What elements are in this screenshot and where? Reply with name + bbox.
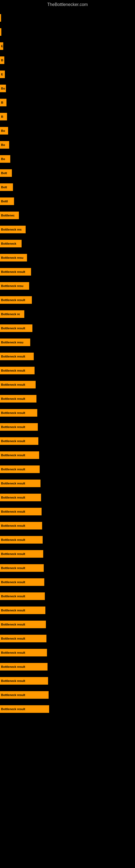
bar: E xyxy=(0,70,5,78)
bar-row: Bottleneck xyxy=(0,237,135,251)
bar-row: Bottleneck result xyxy=(0,490,135,504)
bar: Bottleneck resu xyxy=(0,282,29,290)
bar: Bottleneck result xyxy=(0,381,36,389)
bar-row: Bottleneck result xyxy=(0,476,135,490)
bar-row: Bottl xyxy=(0,194,135,208)
bar-row: Bottleneck result xyxy=(0,364,135,378)
bar: Bottleneck result xyxy=(0,423,38,431)
bar-row: B xyxy=(0,110,135,124)
bar-row: Bottleneck result xyxy=(0,265,135,279)
bar: Bottleneck result xyxy=(0,296,32,304)
bar-row: Bottleneck resu xyxy=(0,335,135,349)
bar: Bottleneck result xyxy=(0,352,34,360)
bar-row: Bottleneck result xyxy=(0,547,135,561)
bar-row: Bottleneck result xyxy=(0,702,135,716)
bar-row: Bottleneck re xyxy=(0,307,135,321)
bar xyxy=(0,14,1,22)
bar-row: Bottleneck result xyxy=(0,533,135,547)
bar-row: Bo xyxy=(0,124,135,138)
bar-row: Bott xyxy=(0,180,135,194)
bar: Bottleneck result xyxy=(0,550,43,558)
bar: B xyxy=(0,56,4,64)
bar: B xyxy=(0,113,7,120)
bar: Bott xyxy=(0,183,13,191)
bar: E xyxy=(0,42,3,50)
bar-row: B xyxy=(0,53,135,67)
bar: Bottleneck result xyxy=(0,452,39,459)
bar-row: Bo xyxy=(0,138,135,152)
bar-row: B xyxy=(0,95,135,110)
bar: B xyxy=(0,99,6,106)
bar: Bott xyxy=(0,169,12,177)
site-title: TheBottlenecker.com xyxy=(0,0,135,9)
bar-row: Bottleneck result xyxy=(0,688,135,702)
bar-row: Bottleneck result xyxy=(0,434,135,448)
bar: Bottleneck result xyxy=(0,465,40,473)
bar: Bottleneck xyxy=(0,240,21,247)
bar: Bottleneck result xyxy=(0,437,38,445)
bar: Bo xyxy=(0,85,6,92)
bar-row: Bottleneck resu xyxy=(0,251,135,265)
bar-row: Bottleneck result xyxy=(0,420,135,434)
bar-row: Bottleneck result xyxy=(0,631,135,646)
bar-row: Bo xyxy=(0,152,135,166)
bar-row: Bottleneck result xyxy=(0,392,135,406)
bar: Bottleneck result xyxy=(0,691,49,699)
bar-row: Bottleneck result xyxy=(0,349,135,364)
bar: Bottleneck result xyxy=(0,649,47,656)
bar: Bottleneck result xyxy=(0,324,32,332)
bar-row: Bottleneck result xyxy=(0,519,135,533)
bar: Bo xyxy=(0,141,9,149)
bar-row: Bottleneck result xyxy=(0,660,135,674)
bar-row: E xyxy=(0,39,135,53)
bar-row: Bottleneck resu xyxy=(0,279,135,293)
bar-row: Bottleneck result xyxy=(0,462,135,476)
bar-row xyxy=(0,25,135,39)
bar-row: E xyxy=(0,67,135,82)
bar xyxy=(0,28,1,36)
bar: Bo xyxy=(0,127,8,134)
bar: Bottleneck result xyxy=(0,268,31,276)
bar: Bottleneck result xyxy=(0,578,44,586)
bar: Bottl xyxy=(0,197,14,205)
bar: Bottleneck result xyxy=(0,409,37,416)
bar: Bottleneck result xyxy=(0,522,42,529)
bar: Bottleneck re xyxy=(0,310,24,318)
bar: Bottleneck result xyxy=(0,592,45,600)
bar: Bottlenec xyxy=(0,212,19,219)
bar: Bottleneck res xyxy=(0,226,26,233)
bar-row: Bottleneck result xyxy=(0,575,135,589)
bar: Bottleneck result xyxy=(0,663,48,671)
bar-row: Bottleneck result xyxy=(0,448,135,462)
bar: Bottleneck result xyxy=(0,607,45,614)
bar: Bottleneck result xyxy=(0,621,46,628)
bar: Bo xyxy=(0,155,10,163)
bar-row: Bottleneck result xyxy=(0,617,135,631)
bar-row: Bottleneck result xyxy=(0,406,135,420)
bar-row: Bottleneck res xyxy=(0,222,135,237)
bar-row: Bott xyxy=(0,166,135,180)
bar-row xyxy=(0,11,135,25)
bar-row: Bottleneck result xyxy=(0,674,135,688)
bar: Bottleneck result xyxy=(0,494,41,501)
bar: Bottleneck resu xyxy=(0,254,27,261)
bar: Bottleneck result xyxy=(0,677,48,685)
bar: Bottleneck resu xyxy=(0,339,30,346)
bar-row: Bottleneck result xyxy=(0,321,135,335)
bars-container: EBEBoBBBoBoBoBottBottBottlBottlenecBottl… xyxy=(0,8,135,719)
bar: Bottleneck result xyxy=(0,564,44,572)
bar-row: Bottleneck result xyxy=(0,603,135,617)
bar: Bottleneck result xyxy=(0,479,41,487)
bar-row: Bottleneck result xyxy=(0,589,135,603)
bar-row: Bottleneck result xyxy=(0,504,135,519)
bar: Bottleneck result xyxy=(0,367,35,374)
bar: Bottleneck result xyxy=(0,635,46,642)
bar: Bottleneck result xyxy=(0,395,37,403)
bar-row: Bottleneck result xyxy=(0,561,135,575)
bar-row: Bottlenec xyxy=(0,208,135,222)
bar-row: Bo xyxy=(0,82,135,95)
bar: Bottleneck result xyxy=(0,508,42,516)
bar-row: Bottleneck result xyxy=(0,378,135,392)
bar: Bottleneck result xyxy=(0,705,49,713)
bar-row: Bottleneck result xyxy=(0,646,135,660)
